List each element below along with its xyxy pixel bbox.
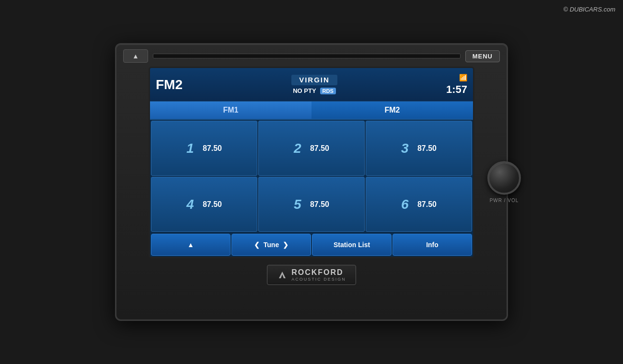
info-button[interactable]: Info [392,234,472,256]
preset-freq-3: 87.50 [417,144,437,153]
preset-number-1: 1 [186,141,198,156]
rds-badge: RDS [320,88,336,94]
preset-grid: 1 87.50 2 87.50 3 87.50 4 87.50 5 87.50 … [150,120,473,233]
preset-4[interactable]: 4 87.50 [151,177,257,232]
preset-freq-1: 87.50 [203,144,222,153]
rockford-logo-icon [277,270,288,280]
time-display: 1:57 [446,83,467,96]
brand-name: ROCKFORD [291,268,346,277]
header-right: 📶 1:57 [446,74,467,96]
menu-button[interactable]: MENU [465,50,500,62]
preset-freq-4: 87.50 [203,200,222,209]
knob-label: PWR / VOL [490,198,519,203]
tab-fm1[interactable]: FM1 [150,102,312,120]
volume-knob[interactable] [487,161,521,195]
cd-slot [153,54,461,58]
pty-bar: NO PTY RDS [293,87,336,94]
preset-5[interactable]: 5 87.50 [258,177,365,232]
brand-info: ROCKFORD ACOUSTIC DESIGN [291,268,346,282]
station-name-bar: VIRGIN [291,75,337,85]
display-screen: FM2 VIRGIN NO PTY RDS 📶 1:57 FM1 FM2 [149,67,474,258]
scan-button[interactable]: ▲ [151,234,231,256]
preset-3[interactable]: 3 87.50 [366,121,472,176]
svg-marker-0 [279,272,286,278]
watermark: © DUBICARS.com [563,6,615,13]
preset-6[interactable]: 6 87.50 [366,177,472,232]
preset-number-6: 6 [401,197,413,212]
bluetooth-icon: 📶 [459,74,467,81]
brand-badge: ROCKFORD ACOUSTIC DESIGN [267,265,356,285]
brand-sub: ACOUSTIC DESIGN [291,277,346,282]
knob-area: PWR / VOL [487,161,521,203]
station-list-button[interactable]: Station List [312,234,392,256]
preset-number-4: 4 [186,197,198,212]
preset-number-2: 2 [294,141,305,156]
screen-header: FM2 VIRGIN NO PTY RDS 📶 1:57 [150,68,473,102]
tab-fm2[interactable]: FM2 [312,102,473,120]
eject-button[interactable]: ▲ [123,49,148,63]
preset-freq-6: 87.50 [417,200,437,209]
pty-text: NO PTY [293,87,316,94]
tabs-row: FM1 FM2 [150,102,473,120]
preset-number-3: 3 [401,141,413,156]
unit-bottom: ROCKFORD ACOUSTIC DESIGN [123,265,500,285]
preset-1[interactable]: 1 87.50 [151,121,257,176]
preset-freq-5: 87.50 [310,200,329,209]
fm-mode-label: FM2 [156,77,183,92]
head-unit: ▲ MENU FM2 VIRGIN NO PTY RDS 📶 1:57 [115,43,508,321]
top-bar: ▲ MENU [123,49,500,63]
preset-freq-2: 87.50 [310,144,329,153]
station-name: VIRGIN [299,76,330,84]
preset-number-5: 5 [294,197,305,212]
preset-2[interactable]: 2 87.50 [258,121,365,176]
bottom-buttons: ▲ ❮ Tune ❯ Station List Info [150,233,473,257]
tune-button[interactable]: ❮ Tune ❯ [231,234,311,256]
header-center: VIRGIN NO PTY RDS [188,75,440,94]
